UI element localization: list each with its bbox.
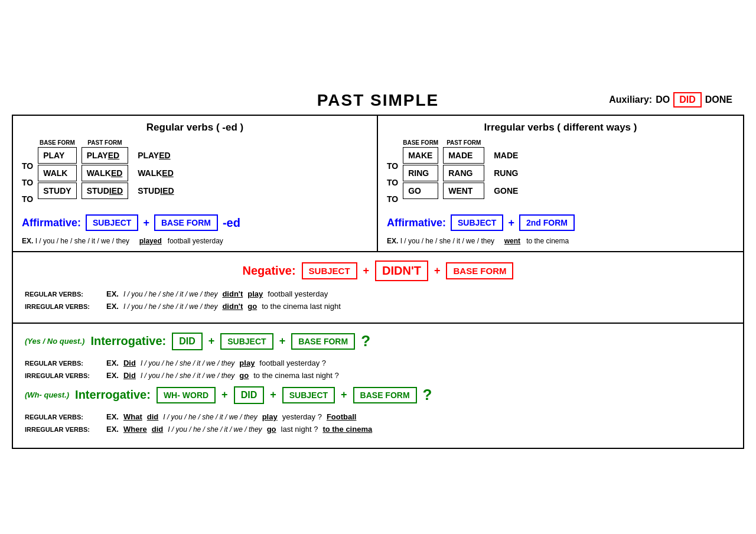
- negative-didnt-2: didn't: [222, 302, 243, 311]
- negative-regular-row: REGULAR VERBS: EX. I / you / he / she / …: [25, 289, 731, 298]
- interr-did-word-2: Did: [123, 371, 136, 380]
- regular-to-2: TO: [22, 174, 35, 191]
- interr-ex-label-2: EX.: [106, 371, 119, 380]
- regular-to-col: X TO TO TO: [22, 139, 35, 207]
- regular-section: Regular verbs ( -ed ) X TO TO TO BASE FO…: [13, 116, 378, 251]
- regular-verb-table: X TO TO TO BASE FORM PLAY WALK STUDY P: [22, 139, 368, 207]
- regular-header: Regular verbs ( -ed ): [22, 122, 368, 134]
- interr-verb-1: play: [239, 359, 255, 367]
- interr-subject-box: SUBJECT: [220, 333, 273, 350]
- regular-base-2: WALK: [38, 165, 76, 181]
- irregular-extra-1: MADE: [494, 147, 518, 164]
- interr-wh-plus-3: +: [341, 389, 347, 401]
- interr-yes-main-label: Interrogative:: [90, 334, 166, 348]
- interr-wh-plus-1: +: [221, 389, 228, 401]
- interr-wh-subjects-2: I / you / he / she / it / we / they: [168, 425, 262, 434]
- negative-section: Negative: SUBJECT + DIDN'T + BASE FORM R…: [13, 252, 743, 324]
- regular-subject-box: SUBJECT: [86, 214, 138, 231]
- irregular-past-2: RANG: [443, 165, 484, 181]
- interr-ex-label-1: EX.: [106, 359, 119, 367]
- irregular-base-label: BASE FORM: [403, 139, 438, 146]
- irregular-affirmative-row: Affirmative: SUBJECT + 2nd FORM: [387, 214, 734, 231]
- irregular-extra-2: RUNG: [494, 165, 518, 181]
- irregular-base-col: BASE FORM MAKE RING GO: [403, 139, 438, 200]
- page-title: PAST SIMPLE: [317, 91, 439, 110]
- interrogative-section: (Yes / No quest.) Interrogative: DID + S…: [13, 324, 743, 448]
- interr-wh-answer-2: to the cinema: [322, 425, 372, 434]
- regular-ex-subjects: I / you / he / she / it / we / they: [35, 237, 129, 245]
- interr-yes-label: (Yes / No quest.): [25, 337, 84, 346]
- irregular-ex-label: EX.: [387, 237, 398, 245]
- interr-wh-ex-label-1: EX.: [106, 412, 119, 421]
- interr-wh-rest-1: yesterday ?: [282, 412, 322, 421]
- interr-plus-2: +: [279, 335, 286, 347]
- irregular-past-3: WENT: [443, 183, 484, 199]
- regular-base-form-box: BASE FORM: [154, 214, 218, 231]
- interr-wh-did-box: DID: [234, 386, 265, 404]
- irregular-plus-1: +: [508, 217, 514, 229]
- negative-irregular-label: IRREGULAR VERBS:: [25, 303, 102, 310]
- regular-ex-label: EX.: [22, 237, 33, 245]
- interr-wh-regular-label: REGULAR VERBS:: [25, 413, 102, 421]
- irregular-base-1: MAKE: [403, 147, 438, 164]
- irregular-past-col: PAST FORM MADE RANG WENT: [443, 139, 484, 200]
- regular-past-3: STUDIED: [82, 183, 128, 199]
- negative-examples: REGULAR VERBS: EX. I / you / he / she / …: [25, 289, 731, 311]
- auxiliary-label: Auxiliary:: [609, 95, 652, 105]
- negative-regular-label: REGULAR VERBS:: [25, 291, 102, 298]
- negative-ex-label-1: EX.: [106, 289, 119, 298]
- irregular-base-3: GO: [403, 183, 438, 199]
- irregular-past-label: PAST FORM: [443, 139, 484, 146]
- irregular-ex-rest: to the cinema: [526, 237, 569, 245]
- interr-wh-irregular-row: IRREGULAR VERBS: EX. Where did I / you /…: [25, 425, 731, 434]
- title-row: PAST SIMPLE Auxiliary: DO DID DONE: [12, 85, 744, 115]
- regular-example-row: EX. I / you / he / she / it / we / they …: [22, 237, 368, 245]
- regular-aff-label: Affirmative:: [22, 217, 81, 229]
- negative-didnt-box: DIDN'T: [375, 261, 428, 281]
- interr-did-box: DID: [172, 333, 203, 350]
- interr-verb-2: go: [239, 371, 249, 380]
- regular-past-2: WALKED: [82, 165, 128, 181]
- regular-base-3: STUDY: [38, 183, 76, 199]
- negative-subjects-1: I / you / he / she / it / we / they: [123, 290, 217, 298]
- interr-wh-main-label: Interrogative:: [75, 388, 151, 402]
- regular-ex-verb: played: [139, 237, 162, 245]
- interr-wh-did-2: did: [152, 425, 164, 434]
- auxiliary-block: Auxiliary: DO DID DONE: [609, 92, 732, 108]
- interr-wh-subjects-1: I / you / he / she / it / we / they: [163, 413, 257, 421]
- irregular-extra-col: X MADE RUNG GONE: [494, 139, 518, 200]
- interr-wh-examples: REGULAR VERBS: EX. What did I / you / he…: [25, 412, 731, 434]
- irregular-example-row: EX. I / you / he / she / it / we / they …: [387, 237, 734, 245]
- negative-plus-1: +: [363, 265, 370, 277]
- regular-past-col: PAST FORM PLAYED WALKED STUDIED: [82, 139, 128, 200]
- regular-extra-3: STUDIED: [138, 183, 174, 199]
- irregular-ex-verb: went: [504, 237, 520, 245]
- negative-label: Negative:: [243, 264, 296, 278]
- interr-wh-verb-1: play: [262, 412, 278, 421]
- regular-base-col: BASE FORM PLAY WALK STUDY: [38, 139, 76, 200]
- interr-yes-regular-row: REGULAR VERBS: EX. Did I / you / he / sh…: [25, 359, 731, 367]
- interr-wh-question-mark: ?: [423, 386, 432, 404]
- regular-past-label: PAST FORM: [82, 139, 128, 146]
- interr-yes-irregular-row: IRREGULAR VERBS: EX. Did I / you / he / …: [25, 371, 731, 380]
- regular-past-1: PLAYED: [82, 147, 128, 164]
- interr-subjects-2: I / you / he / she / it / we / they: [141, 372, 234, 380]
- irregular-past-1: MADE: [443, 147, 484, 164]
- negative-irregular-row: IRREGULAR VERBS: EX. I / you / he / she …: [25, 302, 731, 311]
- interr-subjects-1: I / you / he / she / it / we / they: [141, 359, 234, 367]
- negative-plus-2: +: [434, 265, 441, 277]
- interr-yes-formula-row: (Yes / No quest.) Interrogative: DID + S…: [25, 332, 731, 350]
- interr-wh-label: (Wh- quest.): [25, 390, 69, 399]
- regular-to-1: TO: [22, 158, 35, 174]
- interr-wh-base-form-box: BASE FORM: [353, 387, 417, 403]
- interr-wh-rest-2: last night ?: [281, 425, 318, 434]
- regular-ex-rest: football yesterday: [168, 237, 223, 245]
- negative-rest-1: football yesterday: [268, 289, 328, 298]
- regular-plus-1: +: [143, 217, 149, 229]
- interr-base-form-box: BASE FORM: [291, 333, 355, 350]
- interr-regular-label: REGULAR VERBS:: [25, 360, 102, 367]
- interr-wh-word-box: WH- WORD: [157, 387, 216, 403]
- irregular-to-2: TO: [387, 174, 400, 191]
- interr-rest-2: to the cinema last night ?: [253, 371, 339, 380]
- interr-wh-irregular-label: IRREGULAR VERBS:: [25, 426, 102, 433]
